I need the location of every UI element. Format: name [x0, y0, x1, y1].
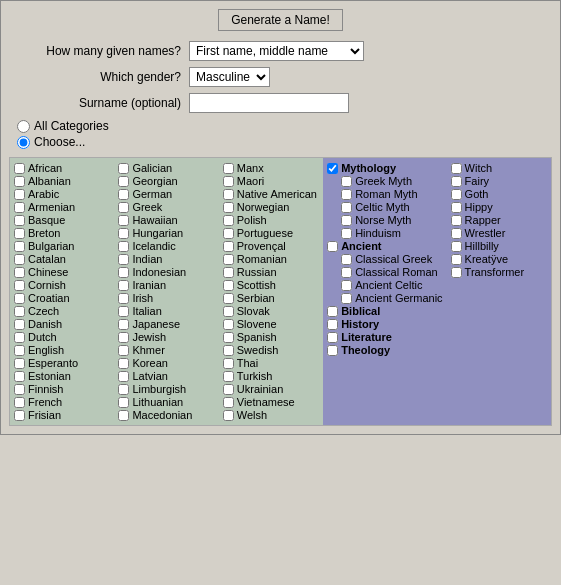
checkbox-kreatÿve[interactable] [451, 254, 462, 265]
checkbox-breton[interactable] [14, 228, 25, 239]
checkbox-arabic[interactable] [14, 189, 25, 200]
checkbox-classical-greek[interactable] [341, 254, 352, 265]
checkbox-ukrainian[interactable] [223, 384, 234, 395]
checkbox-native-american[interactable] [223, 189, 234, 200]
choose-radio[interactable] [17, 136, 30, 149]
checkbox-galician[interactable] [118, 163, 129, 174]
checkbox-history[interactable] [327, 319, 338, 330]
checkbox-serbian[interactable] [223, 293, 234, 304]
checkbox-esperanto[interactable] [14, 358, 25, 369]
checkbox-hungarian[interactable] [118, 228, 129, 239]
checkbox-polish[interactable] [223, 215, 234, 226]
checkbox-iranian[interactable] [118, 280, 129, 291]
checkbox-icelandic[interactable] [118, 241, 129, 252]
checkbox-danish[interactable] [14, 319, 25, 330]
checkbox-frisian[interactable] [14, 410, 25, 421]
checkbox-korean[interactable] [118, 358, 129, 369]
checkbox-english[interactable] [14, 345, 25, 356]
checkbox-basque[interactable] [14, 215, 25, 226]
checkbox-classical-roman[interactable] [341, 267, 352, 278]
checkbox-estonian[interactable] [14, 371, 25, 382]
all-categories-option[interactable]: All Categories [17, 119, 552, 133]
checkbox-croatian[interactable] [14, 293, 25, 304]
checkbox-turkish[interactable] [223, 371, 234, 382]
checkbox-georgian[interactable] [118, 176, 129, 187]
checkbox-rapper[interactable] [451, 215, 462, 226]
item-label: Goth [465, 188, 489, 200]
checkbox-jewish[interactable] [118, 332, 129, 343]
checkbox-goth[interactable] [451, 189, 462, 200]
checkbox-spanish[interactable] [223, 332, 234, 343]
checkbox-chinese[interactable] [14, 267, 25, 278]
checkbox-limburgish[interactable] [118, 384, 129, 395]
checkbox-armenian[interactable] [14, 202, 25, 213]
checkbox-welsh[interactable] [223, 410, 234, 421]
checkbox-ancient[interactable] [327, 241, 338, 252]
checkbox-macedonian[interactable] [118, 410, 129, 421]
checkbox-vietnamese[interactable] [223, 397, 234, 408]
checkbox-theology[interactable] [327, 345, 338, 356]
checkbox-hawaiian[interactable] [118, 215, 129, 226]
checkbox-mythology[interactable] [327, 163, 338, 174]
checkbox-thai[interactable] [223, 358, 234, 369]
checkbox-celtic-myth[interactable] [341, 202, 352, 213]
checkbox-hillbilly[interactable] [451, 241, 462, 252]
checkbox-bulgarian[interactable] [14, 241, 25, 252]
checkbox-roman-myth[interactable] [341, 189, 352, 200]
checkbox-lithuanian[interactable] [118, 397, 129, 408]
checkbox-transformer[interactable] [451, 267, 462, 278]
checkbox-greek[interactable] [118, 202, 129, 213]
list-item: Danish [14, 318, 110, 330]
checkbox-russian[interactable] [223, 267, 234, 278]
checkbox-ancient-celtic[interactable] [341, 280, 352, 291]
checkbox-irish[interactable] [118, 293, 129, 304]
choose-option[interactable]: Choose... [17, 135, 552, 149]
item-label: Thai [237, 357, 258, 369]
checkbox-indonesian[interactable] [118, 267, 129, 278]
checkbox-italian[interactable] [118, 306, 129, 317]
checkbox-ancient-germanic[interactable] [341, 293, 352, 304]
checkbox-fairy[interactable] [451, 176, 462, 187]
checkbox-greek-myth[interactable] [341, 176, 352, 187]
list-item: Cornish [14, 279, 110, 291]
checkbox-hippy[interactable] [451, 202, 462, 213]
checkbox-finnish[interactable] [14, 384, 25, 395]
checkbox-provençal[interactable] [223, 241, 234, 252]
checkbox-slovene[interactable] [223, 319, 234, 330]
checkbox-khmer[interactable] [118, 345, 129, 356]
checkbox-czech[interactable] [14, 306, 25, 317]
checkbox-african[interactable] [14, 163, 25, 174]
checkbox-norse-myth[interactable] [341, 215, 352, 226]
checkbox-albanian[interactable] [14, 176, 25, 187]
checkbox-latvian[interactable] [118, 371, 129, 382]
checkbox-french[interactable] [14, 397, 25, 408]
all-categories-radio[interactable] [17, 120, 30, 133]
checkbox-indian[interactable] [118, 254, 129, 265]
generate-button[interactable]: Generate a Name! [218, 9, 343, 31]
checkbox-german[interactable] [118, 189, 129, 200]
checkbox-dutch[interactable] [14, 332, 25, 343]
checkbox-maori[interactable] [223, 176, 234, 187]
surname-input[interactable] [189, 93, 349, 113]
checkbox-catalan[interactable] [14, 254, 25, 265]
checkbox-portuguese[interactable] [223, 228, 234, 239]
checkbox-romanian[interactable] [223, 254, 234, 265]
item-label: Jewish [132, 331, 166, 343]
checkbox-scottish[interactable] [223, 280, 234, 291]
checkbox-cornish[interactable] [14, 280, 25, 291]
checkbox-manx[interactable] [223, 163, 234, 174]
checkbox-slovak[interactable] [223, 306, 234, 317]
item-label: Vietnamese [237, 396, 295, 408]
gender-select[interactable]: Masculine Feminine Either [189, 67, 270, 87]
checkbox-norwegian[interactable] [223, 202, 234, 213]
item-label: Chinese [28, 266, 68, 278]
checkbox-literature[interactable] [327, 332, 338, 343]
checkbox-biblical[interactable] [327, 306, 338, 317]
checkbox-witch[interactable] [451, 163, 462, 174]
checkbox-wrestler[interactable] [451, 228, 462, 239]
given-names-select[interactable]: First name only First name, middle name … [189, 41, 364, 61]
checkbox-hinduism[interactable] [341, 228, 352, 239]
item-label: Lithuanian [132, 396, 183, 408]
checkbox-japanese[interactable] [118, 319, 129, 330]
checkbox-swedish[interactable] [223, 345, 234, 356]
